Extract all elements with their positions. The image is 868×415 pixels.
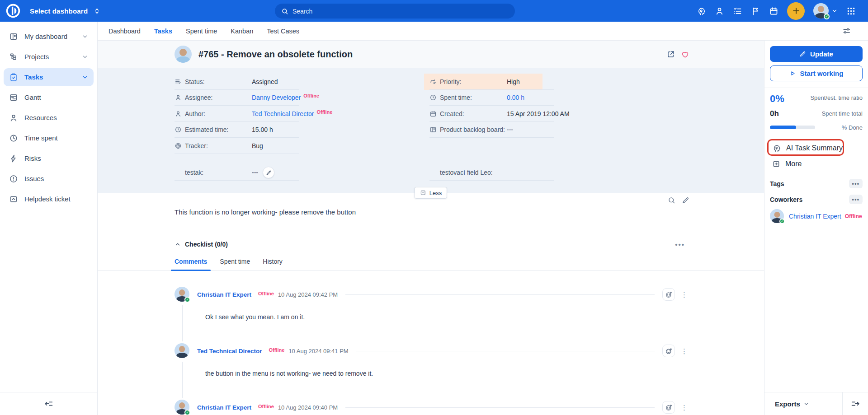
commenter-name[interactable]: Christian IT Expert <box>197 404 251 411</box>
sidebar-item-helpdesk-ticket[interactable]: Helpdesk ticket <box>4 190 94 208</box>
field-author[interactable]: Author: Ted Technical Director Offline <box>175 106 429 122</box>
ai-assistant-icon[interactable] <box>697 6 706 16</box>
quick-add-button[interactable] <box>787 2 805 20</box>
sidebar-item-label: Gantt <box>24 93 41 101</box>
field-value: Assigned <box>252 78 278 85</box>
sidebar-item-issues[interactable]: Issues <box>4 170 94 188</box>
field-product-backlog-board[interactable]: Product backlog board: --- <box>429 122 689 138</box>
field-tracker[interactable]: Tracker: Bug <box>175 138 429 154</box>
sidebar-item-risks[interactable]: Risks <box>4 149 94 168</box>
author-link[interactable]: Ted Technical Director <box>252 110 314 117</box>
start-working-button[interactable]: Start working <box>770 65 863 81</box>
add-reaction-button[interactable] <box>662 401 675 414</box>
spent-time-link[interactable]: 0.00 h <box>507 94 524 101</box>
calendar-icon <box>429 110 437 117</box>
field-value: Bug <box>252 142 263 149</box>
done-label: % Done <box>842 124 863 132</box>
tab-comments-spent-time[interactable]: Spent time <box>220 258 250 270</box>
chevron-down-icon <box>82 33 88 40</box>
tags-menu-icon[interactable]: ••• <box>849 179 863 188</box>
flag-icon[interactable] <box>751 6 760 16</box>
field-assignee[interactable]: Assignee: Danny Developer Offline <box>175 90 429 106</box>
dashboard-selector[interactable]: Select dashboard <box>30 7 101 15</box>
project-tabs: Dashboard Tasks Spent time Kanban Test C… <box>108 28 299 35</box>
coworker-name[interactable]: Christian IT Expert <box>789 213 841 220</box>
comments-list: ✓ Christian IT Expert Offline 10 Aug 202… <box>98 271 764 415</box>
more-label: More <box>785 160 802 168</box>
apps-grid-icon[interactable] <box>846 6 856 16</box>
dashboard-selector-label: Select dashboard <box>30 7 88 15</box>
sidebar-item-label: Projects <box>24 53 49 61</box>
checklist-menu-icon[interactable]: ••• <box>675 241 685 248</box>
checklist-label[interactable]: Checklist (0/0) <box>185 241 228 248</box>
commenter-name[interactable]: Ted Technical Director <box>197 348 262 354</box>
user-avatar[interactable]: ✓ <box>813 3 829 19</box>
account-menu[interactable]: ✓ <box>813 3 838 19</box>
field-label: Author: <box>185 110 252 117</box>
search-input[interactable] <box>292 8 509 15</box>
global-search[interactable] <box>275 4 515 19</box>
favorite-heart-icon[interactable] <box>681 50 689 59</box>
field-created[interactable]: Created: 15 Apr 2019 12:00 AM <box>429 106 689 122</box>
calendar-icon[interactable] <box>769 6 778 16</box>
field-label: Tracker: <box>185 142 252 149</box>
task-title-band: #765 - Remove an obsolete function <box>98 41 764 68</box>
more-button[interactable]: More <box>770 160 863 168</box>
chevron-up-icon[interactable] <box>175 241 181 247</box>
add-reaction-button[interactable] <box>662 288 675 301</box>
spent-total-label: Spent time total <box>809 110 863 118</box>
comment-text: Ok I see what you mean. I am on it. <box>205 313 305 321</box>
task-sidebar: Update Start working 0% Spent/est. time … <box>764 41 868 415</box>
sidebar-item-my-dashboard[interactable]: My dashboard <box>4 28 94 46</box>
field-testak[interactable]: testak: --- <box>175 165 429 181</box>
add-reaction-button[interactable] <box>662 345 675 357</box>
exports-label: Exports <box>775 400 800 408</box>
ai-task-summary-button[interactable]: AI Task Summary <box>770 140 863 156</box>
users-icon[interactable] <box>715 6 724 16</box>
comment-item: ✓ Christian IT Expert Offline 10 Aug 202… <box>175 287 689 344</box>
field-estimated-time[interactable]: Estimated time: 15.00 h <box>175 122 429 138</box>
tab-comments[interactable]: Comments <box>175 258 207 270</box>
field-label: Assignee: <box>185 94 252 101</box>
less-button[interactable]: Less <box>415 187 447 199</box>
app-logo-icon[interactable] <box>5 3 21 19</box>
tab-dashboard[interactable]: Dashboard <box>108 28 141 35</box>
field-priority[interactable]: Priority: High <box>429 74 689 90</box>
tab-spent-time[interactable]: Spent time <box>186 28 217 35</box>
field-testovaci-field-leo[interactable]: testovací field Leo: <box>429 165 689 181</box>
assignee-link[interactable]: Danny Developer <box>252 94 301 101</box>
chevron-down-icon <box>82 74 88 80</box>
update-button[interactable]: Update <box>770 46 863 62</box>
open-in-new-icon[interactable] <box>667 50 675 58</box>
collapse-sidebar-icon[interactable] <box>44 399 54 409</box>
my-tasks-icon[interactable] <box>733 6 742 16</box>
comment-text: the button in the menu is not working- w… <box>205 370 373 377</box>
commenter-name[interactable]: Christian IT Expert <box>197 291 251 298</box>
sidebar-item-gantt[interactable]: Gantt <box>4 89 94 107</box>
attributes-right-column: Priority: High Spent time: 0.00 h Create… <box>429 74 689 154</box>
coworker-avatar: ✓ <box>770 209 784 223</box>
field-status[interactable]: Status: Assigned <box>175 74 429 90</box>
field-spent-time[interactable]: Spent time: 0.00 h <box>429 90 689 106</box>
view-settings-sliders-icon[interactable] <box>842 27 851 35</box>
sidebar-item-resources[interactable]: Resources <box>4 109 94 127</box>
clock-icon <box>429 94 437 101</box>
zoom-preview-icon[interactable] <box>668 196 675 204</box>
comment-timestamp: 10 Aug 2024 09:40 PM <box>278 404 338 411</box>
coworkers-menu-icon[interactable]: ••• <box>849 195 863 204</box>
edit-description-pencil-icon[interactable] <box>682 196 689 204</box>
tab-tasks[interactable]: Tasks <box>154 28 172 35</box>
comment-menu-icon[interactable]: ⋮ <box>679 403 689 412</box>
sidebar-item-projects[interactable]: Projects <box>4 48 94 66</box>
topbar-actions: ✓ <box>697 0 856 22</box>
tab-kanban[interactable]: Kanban <box>231 28 253 35</box>
comment-menu-icon[interactable]: ⋮ <box>679 290 689 299</box>
exports-button[interactable]: Exports <box>764 392 842 415</box>
tab-history[interactable]: History <box>263 258 283 270</box>
edit-field-button[interactable] <box>263 167 274 178</box>
collapse-panel-button[interactable] <box>842 392 868 415</box>
comment-menu-icon[interactable]: ⋮ <box>679 347 689 355</box>
sidebar-item-tasks[interactable]: Tasks <box>4 68 94 86</box>
tab-test-cases[interactable]: Test Cases <box>267 28 299 35</box>
sidebar-item-time-spent[interactable]: Time spent <box>4 129 94 147</box>
